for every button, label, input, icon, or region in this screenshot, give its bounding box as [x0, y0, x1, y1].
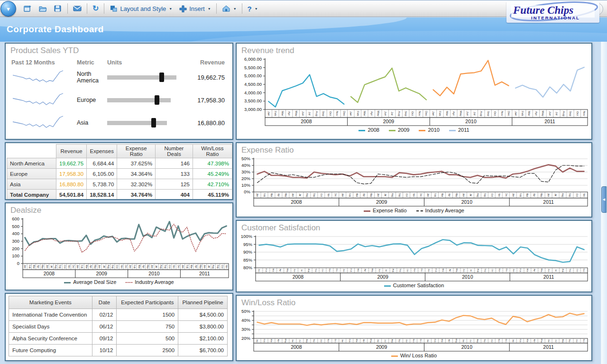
slider-thumb[interactable]	[159, 73, 164, 82]
chevron-down-icon: ▼	[233, 7, 237, 10]
svg-text:Dec: Dec	[336, 269, 338, 272]
product-sales-row: Asia16,880.80	[6, 111, 232, 134]
svg-text:Sep: Sep	[569, 111, 572, 116]
col-past-12-months: Past 12 Months	[11, 59, 77, 66]
svg-text:Jun: Jun	[549, 111, 552, 116]
svg-text:Mar: Mar	[357, 269, 359, 273]
svg-text:Feb: Feb	[434, 193, 436, 197]
panel-winloss-ratio: Win/Loss Ratio 20%30%40%50%JanFebMarAprM…	[236, 295, 592, 361]
revenue-value: 17,958.30	[182, 97, 227, 104]
svg-text:50%: 50%	[241, 156, 251, 161]
column-header: Expenses	[87, 145, 117, 158]
dealsize-chart: 0100200300400500600JanFebMarAprMayJunJul…	[6, 216, 232, 279]
table-cell: 45.249%	[193, 169, 232, 179]
svg-text:50%: 50%	[241, 309, 251, 314]
svg-text:Mar: Mar	[442, 269, 444, 273]
svg-text:Apr: Apr	[277, 339, 280, 343]
svg-text:May: May	[41, 264, 44, 269]
svg-text:Apr: Apr	[277, 193, 280, 197]
svg-text:90%: 90%	[243, 249, 253, 255]
logo-text-secondary: INTERNATIONAL	[531, 15, 580, 20]
svg-text:Mar: Mar	[33, 265, 35, 269]
table-cell: 500	[117, 333, 178, 345]
main-menu-button[interactable]: ▼	[0, 1, 16, 17]
table-cell: 6,684.44	[87, 158, 117, 169]
units-slider[interactable]	[107, 118, 182, 127]
toolbar-separator	[104, 3, 104, 14]
table-cell: 5,738.70	[87, 179, 117, 190]
refresh-icon: ↻	[92, 5, 99, 12]
svg-text:0%: 0%	[244, 189, 250, 194]
svg-text:May: May	[456, 269, 458, 273]
new-document-button[interactable]	[20, 3, 35, 14]
svg-text:Oct: Oct	[491, 269, 494, 272]
revenue-value: 19,662.75	[182, 74, 227, 81]
svg-text:Dec: Dec	[420, 193, 422, 197]
email-button[interactable]	[70, 3, 85, 14]
slider-track[interactable]	[107, 121, 167, 125]
svg-text:Nov: Nov	[583, 269, 585, 272]
svg-text:Jul: Jul	[155, 265, 157, 268]
units-slider[interactable]	[107, 95, 182, 105]
winloss-ratio-legend: Win/ Loss Ratio	[237, 353, 591, 358]
units-slider[interactable]	[107, 73, 182, 82]
svg-text:Oct: Oct	[491, 339, 493, 343]
slider-thumb[interactable]	[155, 95, 159, 105]
insert-menu[interactable]: Insert ▼	[175, 3, 214, 14]
svg-text:2010: 2010	[462, 274, 473, 280]
svg-text:Nov: Nov	[583, 193, 585, 197]
svg-text:Mar: Mar	[190, 265, 193, 269]
svg-text:80%: 80%	[243, 265, 253, 270]
svg-text:Jan: Jan	[341, 193, 344, 197]
export-menu[interactable]: ▼	[219, 3, 240, 14]
svg-text:Nov: Nov	[414, 269, 416, 272]
svg-text:Dec: Dec	[334, 339, 337, 342]
svg-text:Mar: Mar	[270, 339, 273, 343]
svg-text:Jun: Jun	[547, 193, 550, 197]
layout-and-style-menu[interactable]: Layout and Style ▼	[106, 3, 175, 14]
svg-text:Aug: Aug	[315, 111, 318, 116]
svg-text:Sep: Sep	[484, 193, 486, 197]
product-sales-column-headers: Past 12 Months Metric Units Revenue	[6, 59, 232, 66]
svg-text:Aug: Aug	[392, 269, 395, 272]
table-row: International Trade Convention02/121500$…	[9, 309, 228, 321]
svg-text:Oct: Oct	[320, 339, 322, 343]
slider-thumb[interactable]	[151, 118, 156, 127]
legend-marker	[384, 285, 391, 287]
panel-title: Win/Loss Ratio	[237, 296, 591, 309]
svg-text:Apr: Apr	[363, 193, 365, 197]
column-header: Expected Participants	[117, 296, 178, 309]
svg-text:May: May	[455, 193, 458, 197]
svg-text:Jun: Jun	[377, 339, 379, 342]
table-cell: 06/12	[92, 321, 117, 333]
table-cell: 146	[156, 158, 193, 169]
legend-marker	[419, 130, 425, 131]
svg-text:Jul: Jul	[103, 265, 105, 268]
legend-marker	[359, 130, 365, 131]
save-button[interactable]	[50, 3, 65, 14]
svg-text:Jan: Jan	[182, 265, 184, 269]
table-row: Future Computing10/122500$6,700.00	[9, 345, 228, 356]
svg-text:May: May	[370, 193, 372, 197]
panel-title: Customer Satisfaction	[237, 221, 591, 234]
svg-text:Nov: Nov	[68, 264, 70, 269]
slider-track[interactable]	[107, 75, 176, 80]
refresh-button[interactable]: ↻	[89, 3, 102, 14]
svg-text:40%: 40%	[241, 318, 251, 323]
panel-collapse-handle[interactable]: ◀	[601, 186, 607, 213]
svg-text:Apr: Apr	[448, 193, 451, 197]
slider-track[interactable]	[107, 98, 171, 102]
svg-text:Jul: Jul	[470, 269, 472, 272]
svg-text:Apr: Apr	[279, 269, 282, 272]
panel-title: Dealsize	[6, 203, 232, 216]
help-menu[interactable]: ? ▼	[244, 3, 261, 14]
svg-text:2010: 2010	[461, 199, 473, 205]
svg-text:20%: 20%	[241, 176, 251, 181]
expense-ratio-legend: Expense RatioIndustry Average	[237, 208, 591, 213]
open-button[interactable]	[35, 3, 50, 14]
svg-text:Feb: Feb	[350, 269, 352, 273]
column-header: Planned Pipeline	[178, 296, 228, 309]
svg-text:May: May	[541, 269, 543, 273]
table-cell: 32.302%	[117, 179, 156, 190]
svg-text:Dec: Dec	[421, 269, 423, 272]
